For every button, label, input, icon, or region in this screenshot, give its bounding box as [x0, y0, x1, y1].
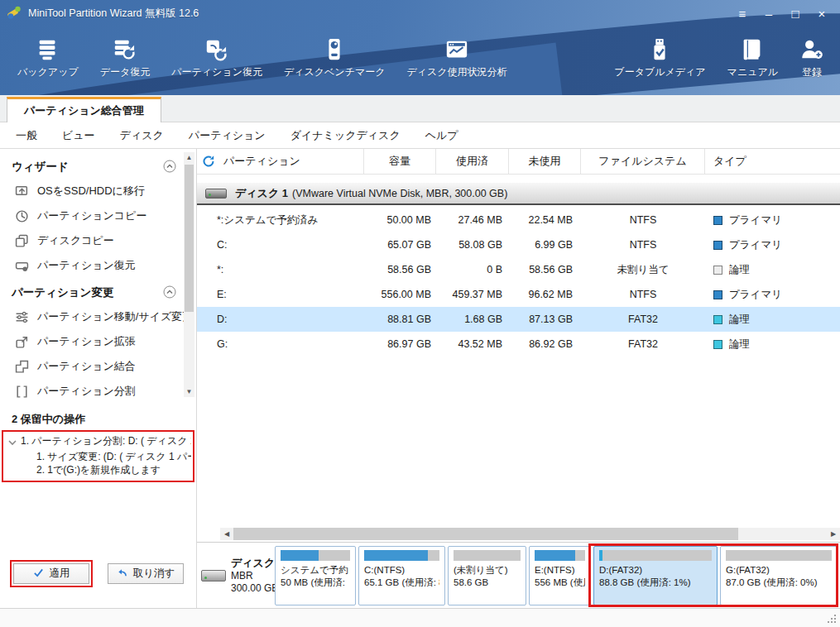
partition-block-c[interactable]: C:(NTFS) 65.1 GB (使用済: 89 [358, 546, 445, 605]
check-icon [33, 567, 44, 581]
scroll-up-arrow-icon[interactable]: ▲ [184, 152, 194, 163]
column-header-filesystem[interactable]: ファイルシステム [581, 149, 705, 175]
sidebar-item-partition-merge[interactable]: パーティション結合 [12, 354, 176, 379]
block-size: 88.8 GB (使用済: 1%) [599, 577, 712, 589]
cell-type: プライマリ [705, 238, 840, 252]
cell-partition: *:システムで予約済み [197, 213, 364, 227]
sidebar-item-partition-split[interactable]: パーティション分割 [12, 379, 176, 404]
minimize-icon[interactable]: – [756, 3, 782, 25]
table-row[interactable]: E: 556.00 MB 459.37 MB 96.62 MB NTFS プライ… [197, 282, 840, 307]
sidebar-item-partition-copy[interactable]: パーティションコピー [12, 203, 176, 228]
undo-button[interactable]: 取り消す [108, 563, 184, 584]
table-header: パーティション 容量 使用済 未使用 ファイルシステム タイプ [197, 149, 840, 175]
sidebar-item-disk-copy[interactable]: ディスクコピー [12, 228, 176, 253]
tree-collapse-chevron-icon[interactable] [8, 437, 17, 450]
cell-type: プライマリ [705, 213, 840, 227]
pending-operation-child[interactable]: 1. サイズ変更: (D: ( ディスク 1 パーテ... [7, 450, 191, 463]
type-color-square [713, 315, 722, 324]
sidebar-item-move-resize[interactable]: パーティション移動/サイズ変更 [12, 304, 176, 329]
column-header-type[interactable]: タイプ [705, 149, 840, 175]
scrollbar-thumb[interactable] [233, 528, 738, 540]
block-label: (未割り当て) [454, 564, 521, 577]
toolbar-label: ブータブルメディア [614, 65, 705, 79]
menu-partition[interactable]: パーティション [176, 128, 278, 143]
maximize-icon[interactable]: □ [782, 3, 809, 25]
cell-used: 27.46 MB [436, 214, 509, 226]
table-row[interactable]: C: 65.07 GB 58.08 GB 6.99 GB NTFS プライマリ [197, 232, 840, 257]
partition-split-icon [15, 385, 29, 399]
sidebar-item-migrate-os[interactable]: OSをSSD/HDDに移行 [12, 179, 176, 203]
toolbar-disk-benchmark-button[interactable]: ディスクベンチマーク [273, 32, 396, 81]
sidebar-scrollbar[interactable]: ▲ ▼ [184, 152, 194, 397]
tab-partition-management[interactable]: パーティション総合管理 [7, 97, 161, 122]
table-row[interactable]: *:システムで予約済み 50.00 MB 27.46 MB 22.54 MB N… [197, 208, 840, 232]
partition-block-g[interactable]: G:(FAT32) 87.0 GB (使用済: 0%) [720, 546, 838, 605]
apply-button[interactable]: 適用 [13, 563, 89, 584]
partition-extend-icon [15, 335, 29, 349]
collapse-chevron-icon[interactable] [163, 285, 176, 301]
tab-strip: パーティション総合管理 [0, 95, 840, 122]
column-header-used[interactable]: 使用済 [436, 149, 509, 175]
horizontal-scrollbar[interactable]: ◀ ▶ [220, 528, 840, 540]
disk-size: 300.00 GB [231, 582, 278, 594]
scroll-right-arrow-icon[interactable]: ▶ [827, 528, 840, 540]
collapse-chevron-icon[interactable] [163, 160, 176, 175]
sidebar-item-label: パーティション拡張 [37, 334, 136, 349]
toolbar-manual-button[interactable]: マニュアル [717, 32, 789, 81]
table-row[interactable]: *: 58.56 GB 0 B 58.56 GB 未割り当て 論理 [197, 257, 840, 282]
scrollbar-thumb[interactable] [185, 165, 194, 312]
table-row-selected[interactable]: D: 88.81 GB 1.68 GB 87.13 GB FAT32 論理 [197, 307, 840, 332]
undo-button-wrap: 取り消す [108, 563, 184, 584]
menu-view[interactable]: ビュー [50, 128, 108, 143]
manual-icon [740, 34, 765, 65]
toolbar-left-group: バックアップ データ復元 [7, 32, 518, 95]
toolbar-partition-recovery-button[interactable]: パーティション復元 [161, 32, 273, 81]
partition-table-rows: *:システムで予約済み 50.00 MB 27.46 MB 22.54 MB N… [197, 208, 840, 357]
disk-group-row[interactable]: ディスク 1 (VMware Virtual NVMe Disk, MBR, 3… [197, 183, 840, 205]
toolbar-disk-usage-button[interactable]: ディスク使用状況分析 [396, 32, 517, 81]
partition-block-d-selected[interactable]: D:(FAT32) 88.8 GB (使用済: 1%) [593, 546, 718, 605]
cell-unused: 58.56 GB [509, 264, 581, 275]
cell-partition: C: [197, 239, 364, 251]
menu-disk[interactable]: ディスク [108, 128, 176, 143]
toolbar-register-button[interactable]: 登録 [789, 32, 835, 81]
backup-icon [36, 34, 60, 65]
cell-used: 1.68 GB [436, 314, 509, 325]
partition-block-system-reserved[interactable]: システムで予約 50 MB (使用済: [275, 546, 356, 605]
undo-arrow-icon [117, 567, 127, 581]
partition-block-unallocated[interactable]: (未割り当て) 58.6 GB [448, 546, 526, 605]
sidebar-item-partition-extend[interactable]: パーティション拡張 [12, 329, 176, 354]
sidebar-item-label: パーティション分割 [37, 384, 136, 399]
toolbar-label: ディスクベンチマーク [284, 65, 386, 79]
scroll-left-arrow-icon[interactable]: ◀ [220, 528, 233, 540]
refresh-icon[interactable] [197, 155, 220, 168]
toolbar-data-recovery-button[interactable]: データ復元 [89, 32, 161, 81]
sidebar-section-partition-change: パーティション変更 [12, 281, 176, 304]
sidebar-item-label: パーティションコピー [37, 208, 146, 223]
disk-map-panel: ディスク 1 MBR 300.00 GB システムで予約 50 MB (使用済:… [197, 542, 840, 608]
menu-icon[interactable]: ≡ [729, 3, 756, 25]
partition-block-e[interactable]: E:(NTFS) 556 MB (使用 [529, 546, 591, 605]
usage-bar [726, 550, 832, 561]
scroll-down-arrow-icon[interactable]: ▼ [184, 386, 194, 397]
section-title: ウィザード [12, 160, 69, 175]
pending-operation-root[interactable]: 1. パーティション分割: D: ( ディスク 1 パー... [7, 434, 191, 450]
table-row[interactable]: G: 86.97 GB 43.52 MB 86.92 GB FAT32 論理 [197, 332, 840, 357]
toolbar-bootable-media-button[interactable]: ブータブルメディア [603, 32, 716, 81]
disk-group-detail: (VMware Virtual NVMe Disk, MBR, 300.00 G… [292, 188, 507, 199]
column-header-unused[interactable]: 未使用 [509, 149, 581, 175]
resize-grip[interactable] [828, 615, 836, 623]
block-size: 58.6 GB [454, 577, 521, 589]
sidebar-item-partition-recovery[interactable]: パーティション復元 [12, 253, 176, 278]
pending-operation-child[interactable]: 2. 1で(G:)を新規作成します [7, 463, 191, 476]
partition-blocks: システムで予約 50 MB (使用済: C:(NTFS) 65.1 GB (使用… [275, 546, 838, 605]
cell-type: 論理 [705, 337, 840, 352]
toolbar-backup-button[interactable]: バックアップ [7, 32, 89, 81]
menu-dynamic-disk[interactable]: ダイナミックディスク [278, 128, 413, 143]
column-header-capacity[interactable]: 容量 [364, 149, 436, 175]
menu-help[interactable]: ヘルプ [413, 128, 471, 143]
close-icon[interactable]: × [809, 3, 835, 25]
menu-general[interactable]: 一般 [3, 128, 50, 143]
cell-type: 論理 [705, 313, 840, 327]
column-header-partition[interactable]: パーティション [220, 149, 364, 175]
